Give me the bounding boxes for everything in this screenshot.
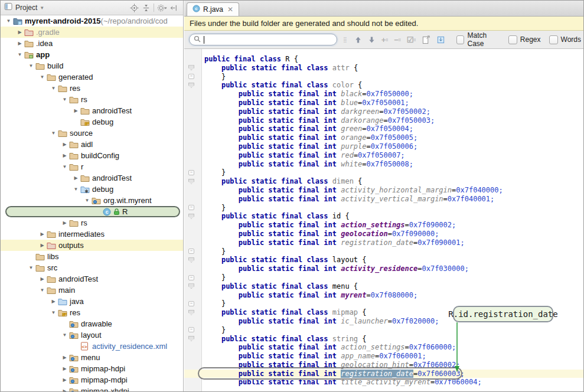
resize-grip[interactable]: ⣿ xyxy=(343,37,348,43)
collapse-arrow-icon[interactable]: ▼ xyxy=(38,74,47,80)
tree-row-generated[interactable]: ▼generated xyxy=(1,71,183,83)
tab-r-java[interactable]: c R.java ✕ xyxy=(187,2,239,16)
svg-text:c: c xyxy=(195,6,198,11)
tree-row-label: menu xyxy=(81,353,100,362)
tree-row-androidtest[interactable]: ▶androidTest xyxy=(1,172,183,184)
hide-panel-icon[interactable] xyxy=(168,2,180,13)
checkbox-box[interactable] xyxy=(549,35,558,44)
tree-row-label: .idea xyxy=(36,39,53,48)
tab-close-icon[interactable]: ✕ xyxy=(227,5,233,14)
collapse-arrow-icon[interactable]: ▼ xyxy=(60,97,69,102)
project-panel-title[interactable]: Project xyxy=(15,4,37,12)
tree-row-app[interactable]: ▼app xyxy=(1,49,183,60)
expand-arrow-icon[interactable]: ▶ xyxy=(60,366,69,371)
tree-row-layout[interactable]: ▼layout xyxy=(1,329,183,341)
collapse-arrow-icon[interactable]: ▼ xyxy=(27,63,35,68)
expand-arrow-icon[interactable]: ▶ xyxy=(60,377,69,383)
tree-row-res[interactable]: ▼res xyxy=(1,83,183,94)
tree-row-src[interactable]: ▼src xyxy=(1,262,183,273)
folder-icon xyxy=(69,162,80,172)
previous-occurrence-icon[interactable] xyxy=(354,36,362,44)
expand-arrow-icon[interactable]: ▶ xyxy=(60,355,69,360)
collapse-arrow-icon[interactable]: ▼ xyxy=(27,265,35,270)
tree-row-aidl[interactable]: ▶aidl xyxy=(1,139,183,150)
tree-row-libs[interactable]: libs xyxy=(1,251,183,262)
checkbox-regex[interactable]: Regex xyxy=(508,35,541,44)
collapse-arrow-icon[interactable]: ▼ xyxy=(38,288,47,293)
collapse-arrow-icon[interactable]: ▼ xyxy=(60,164,69,169)
locate-icon[interactable] xyxy=(128,2,140,13)
tree-row-mipmap-hdpi[interactable]: ▶mipmap-hdpi xyxy=(1,363,183,374)
tree-row-r[interactable]: cR xyxy=(1,206,183,217)
project-tree[interactable]: ▼myrent-android-2015 (~/repo/android/cod… xyxy=(1,15,183,392)
tree-row-build[interactable]: ▼build xyxy=(1,60,183,71)
collapse-arrow-icon[interactable]: ▼ xyxy=(4,18,13,24)
tree-row-outputs[interactable]: ▶outputs xyxy=(1,240,183,251)
folder-excluded-icon xyxy=(47,241,57,250)
expand-arrow-icon[interactable]: ▶ xyxy=(60,220,69,226)
expand-arrow-icon[interactable]: ▶ xyxy=(38,231,47,237)
tree-row-label: source xyxy=(70,129,93,138)
collapse-arrow-icon[interactable]: ▼ xyxy=(49,130,58,136)
tree-row-res[interactable]: ▼res xyxy=(1,307,183,318)
tree-row-r[interactable]: ▼r xyxy=(1,161,183,172)
tree-row-source[interactable]: ▼source xyxy=(1,128,183,139)
collapse-arrow-icon[interactable]: ▼ xyxy=(71,187,80,192)
tree-row-menu[interactable]: ▶menu xyxy=(1,352,183,363)
folder-icon xyxy=(58,129,68,138)
next-occurrence-icon[interactable] xyxy=(368,36,376,44)
collapse-arrow-icon[interactable]: ▼ xyxy=(60,332,69,338)
search-in-selection-icon[interactable] xyxy=(436,35,445,44)
project-dropdown-arrow-icon[interactable]: ▼ xyxy=(40,5,44,11)
collapse-arrow-icon[interactable]: ▼ xyxy=(49,310,58,315)
code-editor[interactable]: −−−−−−− public final class R { public st… xyxy=(184,49,584,392)
checkbox-box[interactable] xyxy=(508,35,517,44)
expand-arrow-icon[interactable]: ▶ xyxy=(71,108,80,113)
collapse-arrow-icon[interactable]: ▼ xyxy=(83,198,92,203)
expand-arrow-icon[interactable]: ▶ xyxy=(38,243,47,248)
folder-gensrc-icon xyxy=(80,185,91,194)
add-selection-icon: +II xyxy=(381,35,388,44)
search-input[interactable] xyxy=(189,34,337,45)
tree-row-intermediates[interactable]: ▶intermediates xyxy=(1,228,183,240)
checkbox-match-case[interactable]: Match Case xyxy=(456,31,500,48)
collapse-all-icon[interactable] xyxy=(140,2,152,13)
tree-row-buildconfig[interactable]: ▶buildConfig xyxy=(1,150,183,161)
checkbox-box[interactable] xyxy=(456,35,464,44)
code-line: public static final int app_name=0x7f060… xyxy=(184,352,584,361)
tree-row-rs[interactable]: ▼rs xyxy=(1,94,183,105)
tree-row-drawable[interactable]: drawable xyxy=(1,318,183,329)
expand-arrow-icon[interactable]: ▶ xyxy=(60,142,69,147)
tree-row-myrent-android-2015[interactable]: ▼myrent-android-2015 (~/repo/android/cod xyxy=(1,15,183,27)
checkbox-words[interactable]: Words xyxy=(549,35,581,44)
tree-row-label: main xyxy=(58,286,75,295)
expand-arrow-icon[interactable]: ▶ xyxy=(71,175,80,181)
tree-row-androidtest[interactable]: ▶androidTest xyxy=(1,273,183,285)
tree-row-debug[interactable]: debug xyxy=(1,116,183,128)
callout-bubble: R.id.registration_date xyxy=(453,306,553,322)
collapse-arrow-icon[interactable]: ▼ xyxy=(15,52,24,57)
expand-arrow-icon[interactable]: ▶ xyxy=(49,299,58,304)
export-matches-icon[interactable] xyxy=(422,35,430,44)
tree-row-androidtest[interactable]: ▶androidTest xyxy=(1,105,183,116)
tree-row-rs[interactable]: ▶rs xyxy=(1,217,183,228)
expand-arrow-icon[interactable]: ▶ xyxy=(38,276,47,282)
folder-icon xyxy=(58,84,68,93)
expand-arrow-icon[interactable]: ▶ xyxy=(60,388,69,392)
settings-gear-icon[interactable] xyxy=(156,2,168,13)
tree-row--gradle[interactable]: ▶.gradle xyxy=(1,27,183,38)
tree-row-debug[interactable]: ▼debug xyxy=(1,184,183,195)
expand-arrow-icon[interactable]: ▶ xyxy=(15,30,24,35)
search-icon xyxy=(194,35,201,44)
folder-icon xyxy=(35,61,46,71)
collapse-arrow-icon[interactable]: ▼ xyxy=(49,86,58,91)
tree-row-mipmap-mdpi[interactable]: ▶mipmap-mdpi xyxy=(1,374,183,386)
tree-row-java[interactable]: ▶java xyxy=(1,296,183,307)
expand-arrow-icon[interactable]: ▶ xyxy=(60,153,69,158)
tree-row-org-wit-myrent[interactable]: ▼org.wit.myrent xyxy=(1,195,183,206)
expand-arrow-icon[interactable]: ▶ xyxy=(15,41,24,46)
tree-row-activity-residence-xml[interactable]: <>activity_residence.xml xyxy=(1,341,183,352)
tree-row-main[interactable]: ▼main xyxy=(1,285,183,296)
tree-row-mipmap-xhdpi[interactable]: ▶mipmap-xhdpi xyxy=(1,386,183,392)
tree-row--idea[interactable]: ▶.idea xyxy=(1,38,183,49)
